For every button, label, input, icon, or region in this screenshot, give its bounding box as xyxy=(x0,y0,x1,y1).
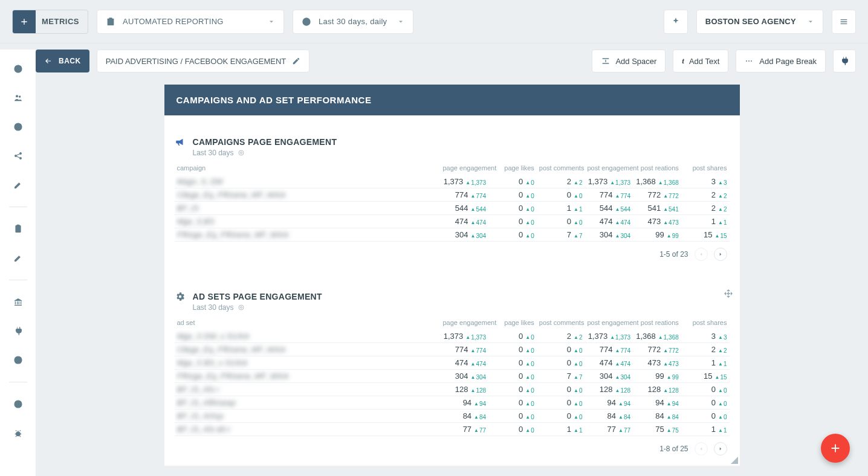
metric-cell: 128▲128 xyxy=(441,383,489,396)
campaigns-widget: CAMPAIGNS PAGE ENGAGEMENT Last 30 days c… xyxy=(164,127,740,271)
metric-cell: 544▲544 xyxy=(441,202,489,215)
table-row[interactable]: Mge_S DM_s SUArk1,373▲1,3730▲02▲21,373▲1… xyxy=(175,330,730,343)
nav-edit[interactable] xyxy=(5,174,31,196)
table-row[interactable]: BF_IS_Afs dir-r77▲770▲01▲177▲7775▲751▲1 xyxy=(175,423,730,436)
nav-account[interactable] xyxy=(5,349,31,371)
nav-info[interactable] xyxy=(5,393,31,415)
table-row[interactable]: FRinge_Eq_FRinene_MF_MArk304▲3040▲07▲730… xyxy=(175,370,730,383)
integrations-button[interactable] xyxy=(833,50,856,72)
column-header: post shares xyxy=(681,315,730,330)
nav-clipboard[interactable] xyxy=(5,218,31,240)
next-page-button[interactable] xyxy=(714,442,727,455)
metric-cell: 3▲3 xyxy=(681,330,730,343)
metric-cell: 774▲774 xyxy=(441,343,489,356)
metric-cell: 1▲1 xyxy=(681,356,730,370)
table-row[interactable]: Cllege_Eq_FRinene_MF_MArk774▲7740▲00▲077… xyxy=(175,188,730,202)
pager-text: 1-5 of 23 xyxy=(659,250,688,259)
report-select[interactable]: AUTOMATED REPORTING xyxy=(97,10,284,34)
metric-cell: 304▲304 xyxy=(585,228,633,242)
next-page-button[interactable] xyxy=(714,248,727,261)
table-row[interactable]: BF_IS_Affinseap94▲940▲00▲094▲9494▲940▲0 xyxy=(175,396,730,410)
clipboard-icon xyxy=(13,224,23,234)
add-page-break-button[interactable]: Add Page Break xyxy=(736,50,826,72)
table-row[interactable]: BF_IS_Arhsp84▲840▲00▲084▲8484▲840▲0 xyxy=(175,410,730,423)
metric-cell: 0▲0 xyxy=(681,383,730,396)
column-header: page engagement xyxy=(441,315,489,330)
row-name: Cllege_Eq_FRinene_MF_MArk xyxy=(175,343,441,356)
back-label: BACK xyxy=(59,57,81,65)
table-row[interactable]: Magn. S. DM1,373▲1,3730▲02▲21,373▲1,3731… xyxy=(175,175,730,188)
metric-cell: 7▲7 xyxy=(537,228,585,242)
metric-cell: 0▲0 xyxy=(488,383,537,396)
table-row[interactable]: BF_IS_Afs r128▲1280▲00▲0128▲128128▲1280▲… xyxy=(175,383,730,396)
agency-select[interactable]: BOSTON SEO AGENCY xyxy=(696,10,823,34)
target-icon xyxy=(238,149,245,156)
widget-subtitle: Last 30 days xyxy=(193,303,234,312)
metric-cell: 2▲2 xyxy=(681,202,730,215)
globe-icon xyxy=(13,64,23,74)
metric-cell: 2▲2 xyxy=(537,330,585,343)
metric-cell: 2▲2 xyxy=(681,343,730,356)
metric-cell: 94▲94 xyxy=(441,396,489,410)
nav-bank[interactable] xyxy=(5,291,31,313)
add-text-button[interactable]: t Add Text xyxy=(673,50,728,72)
nav-plug[interactable] xyxy=(5,320,31,342)
date-range-select[interactable]: Last 30 days, daily xyxy=(293,10,413,34)
metric-cell: 128▲128 xyxy=(585,383,633,396)
nav-share[interactable] xyxy=(5,145,31,167)
text-icon: t xyxy=(682,56,684,66)
add-fab[interactable] xyxy=(821,434,850,463)
metrics-button[interactable]: METRICS xyxy=(12,10,88,34)
metric-cell: 7▲7 xyxy=(537,370,585,383)
sparkle-icon xyxy=(671,17,681,27)
account-icon xyxy=(13,355,23,365)
nav-globe[interactable] xyxy=(5,58,31,80)
pencil-icon xyxy=(13,253,23,263)
metric-cell: 0▲0 xyxy=(537,188,585,202)
back-button[interactable]: BACK xyxy=(36,50,89,72)
svg-point-4 xyxy=(19,95,21,97)
metric-cell: 473▲473 xyxy=(633,356,681,370)
section-banner: CAMPAIGNS AND AD SET PERFORMANCE xyxy=(164,85,740,115)
table-row[interactable]: BF_IS544▲5440▲01▲1544▲544541▲5412▲2 xyxy=(175,202,730,215)
metric-cell: 0▲0 xyxy=(488,215,537,228)
nav-edit2[interactable] xyxy=(5,247,31,269)
nav-analytics[interactable] xyxy=(5,116,31,138)
metric-cell: 544▲544 xyxy=(585,202,633,215)
breadcrumb[interactable]: PAID ADVERTISING / FACEBOOK ENGAGEMENT xyxy=(97,50,310,72)
metric-cell: 304▲304 xyxy=(441,370,489,383)
metric-cell: 541▲541 xyxy=(633,202,681,215)
metric-cell: 0▲0 xyxy=(488,370,537,383)
svg-point-14 xyxy=(16,432,20,436)
table-row[interactable]: Mge_S.BS474▲4740▲00▲0474▲474473▲4731▲1 xyxy=(175,215,730,228)
metric-cell: 94▲94 xyxy=(585,396,633,410)
metric-cell: 474▲474 xyxy=(585,215,633,228)
metric-cell: 3▲3 xyxy=(681,175,730,188)
metric-cell: 474▲474 xyxy=(441,356,489,370)
theme-toggle-button[interactable] xyxy=(664,10,688,34)
column-header: post shares xyxy=(681,161,730,175)
menu-button[interactable] xyxy=(832,10,856,34)
metric-cell: 77▲77 xyxy=(441,423,489,436)
metric-cell: 84▲84 xyxy=(633,410,681,423)
bug-icon xyxy=(13,428,23,438)
bank-icon xyxy=(13,297,23,307)
metric-cell: 0▲0 xyxy=(488,410,537,423)
add-spacer-button[interactable]: Add Spacer xyxy=(592,50,666,72)
table-row[interactable]: FRinge_Eq_FRinene_MF_MArk304▲3040▲07▲730… xyxy=(175,228,730,242)
nav-bug[interactable] xyxy=(5,422,31,444)
table-row[interactable]: Mge_S BS_s SUArk474▲4740▲00▲0474▲474473▲… xyxy=(175,356,730,370)
pencil-icon xyxy=(292,57,300,65)
table-row[interactable]: Cllege_Eq_FRinene_MF_MArk774▲7740▲00▲077… xyxy=(175,343,730,356)
metric-cell: 1,373▲1,373 xyxy=(441,175,489,188)
left-sidebar xyxy=(0,50,36,476)
nav-people[interactable] xyxy=(5,87,31,109)
svg-point-18 xyxy=(240,307,242,309)
column-header: post engagement xyxy=(585,161,633,175)
adsets-table: ad setpage engagementpage likespost comm… xyxy=(175,315,730,436)
metric-cell: 0▲0 xyxy=(488,188,537,202)
move-handle[interactable] xyxy=(724,289,733,300)
metric-cell: 99▲99 xyxy=(633,370,681,383)
resize-handle[interactable] xyxy=(731,457,738,464)
row-name: Mge_S DM_s SUArk xyxy=(175,330,441,343)
